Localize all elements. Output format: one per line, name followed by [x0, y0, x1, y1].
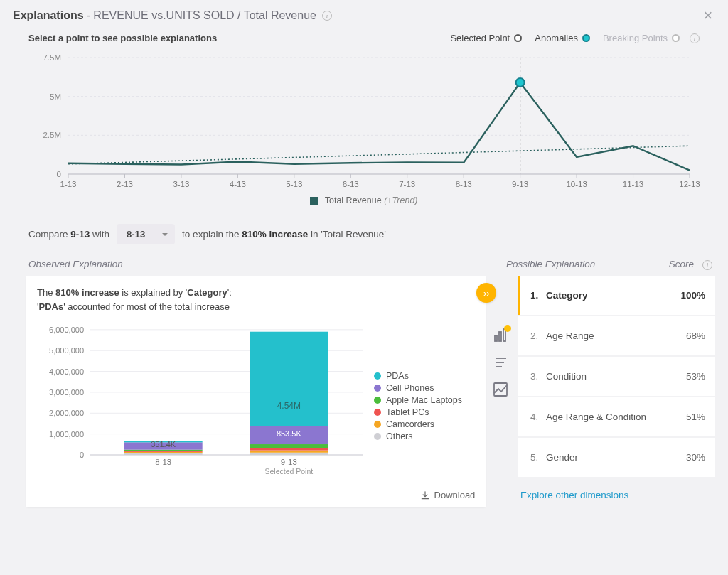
compare-percent: 810% increase — [242, 229, 308, 240]
info-icon[interactable]: i — [702, 260, 712, 270]
possible-explanation-row[interactable]: 2.Age Range68% — [518, 316, 715, 355]
line-chart[interactable]: 02.5M5M7.5M1-132-133-134-135-136-137-138… — [28, 53, 700, 193]
svg-rect-69 — [495, 335, 497, 341]
legend-selected-point[interactable]: Selected Point — [450, 33, 522, 43]
bar-legend-item[interactable]: Cell Phones — [374, 383, 462, 393]
pe-score: 30% — [686, 452, 705, 463]
svg-text:2.5M: 2.5M — [43, 131, 61, 139]
possible-explanations-list: 1.Category100%2.Age Range68%3.Condition5… — [518, 276, 715, 477]
list-icon[interactable] — [492, 354, 509, 371]
bar-legend-item[interactable]: Apple Mac Laptops — [374, 395, 462, 405]
compare-dropdown-value: 8-13 — [127, 229, 145, 240]
svg-rect-61 — [250, 332, 328, 426]
legend-color-swatch-icon — [374, 421, 381, 428]
bar-legend-label: Cell Phones — [386, 383, 434, 393]
svg-text:9-13: 9-13 — [512, 180, 528, 188]
pe-label: Category — [543, 290, 680, 301]
svg-text:1-13: 1-13 — [60, 180, 76, 188]
bar-legend-item[interactable]: Camcorders — [374, 419, 462, 429]
svg-point-34 — [516, 78, 525, 87]
chart-prompt: Select a point to see possible explanati… — [28, 33, 217, 43]
bar-legend-label: Tablet PCs — [386, 407, 429, 417]
svg-rect-57 — [250, 451, 328, 453]
bar-legend-item[interactable]: Tablet PCs — [374, 407, 462, 417]
pe-number: 4. — [530, 412, 543, 422]
observed-explanation-text: The 810% increase is explained by 'Categ… — [36, 286, 476, 318]
compare-dropdown[interactable]: 8-13 — [117, 224, 175, 244]
line-chart-legend: Total Revenue (+Trend) — [28, 195, 700, 205]
svg-rect-58 — [250, 448, 328, 451]
svg-text:8-13: 8-13 — [155, 458, 171, 466]
pe-label: Condition — [543, 371, 686, 382]
pe-label: Age Range & Condition — [543, 412, 686, 422]
legend-color-swatch-icon — [374, 385, 381, 392]
legend-color-swatch-icon — [374, 409, 381, 416]
notification-dot-icon — [504, 325, 511, 332]
bar-chart-icon[interactable] — [492, 327, 509, 344]
hollow-circle-icon — [514, 34, 522, 42]
explore-other-dimensions-link[interactable]: Explore other dimensions — [515, 477, 715, 500]
download-button[interactable]: Download — [420, 490, 476, 500]
possible-explanation-row[interactable]: 3.Condition53% — [518, 357, 715, 396]
svg-rect-52 — [124, 451, 203, 452]
svg-text:6,000,000: 6,000,000 — [49, 326, 84, 334]
svg-rect-70 — [499, 332, 501, 341]
bar-chart-row: 01,000,0002,000,0003,000,0004,000,0005,0… — [36, 323, 476, 479]
compare-explain-prefix: to explain the — [182, 229, 239, 240]
line-chart-icon[interactable] — [492, 381, 509, 398]
info-icon[interactable]: i — [690, 33, 700, 43]
pe-score: 68% — [686, 331, 705, 341]
possible-explanation-row[interactable]: 4.Age Range & Condition51% — [518, 397, 715, 436]
svg-text:5M: 5M — [50, 92, 61, 101]
svg-rect-53 — [124, 450, 203, 451]
score-heading: Score — [669, 259, 694, 269]
columns-headings: Observed Explanation Possible Explanatio… — [0, 257, 728, 276]
legend-color-swatch-icon — [374, 397, 381, 404]
svg-text:11-13: 11-13 — [623, 180, 643, 188]
pe-score: 53% — [686, 371, 705, 382]
svg-text:0: 0 — [57, 170, 61, 178]
chart-subheader: Select a point to see possible explanati… — [0, 30, 728, 48]
download-icon — [420, 490, 430, 500]
pe-label: Gender — [543, 452, 686, 463]
svg-text:4-13: 4-13 — [230, 180, 246, 188]
chart-type-toolbar — [486, 276, 515, 507]
svg-text:2-13: 2-13 — [117, 180, 133, 188]
bar-legend-label: Apple Mac Laptops — [386, 395, 462, 405]
bar-legend-item[interactable]: PDAs — [374, 371, 462, 381]
header-subtitle: - REVENUE vs.UNITS SOLD / Total Revenue — [87, 9, 316, 22]
compare-suffix: in 'Total Revenue' — [311, 229, 386, 240]
chevron-down-icon — [162, 233, 168, 236]
svg-text:1,000,000: 1,000,000 — [49, 430, 84, 439]
possible-heading: Possible Explanation — [506, 259, 595, 269]
svg-text:7.5M: 7.5M — [43, 53, 61, 62]
bar-legend-label: PDAs — [386, 371, 409, 381]
svg-text:3-13: 3-13 — [173, 180, 189, 188]
possible-explanation-row[interactable]: 5.Gender30% — [518, 438, 715, 477]
observed-explanation-card: ›› The 810% increase is explained by 'Ca… — [26, 276, 486, 507]
teal-circle-icon — [582, 34, 590, 42]
panel-header: Explanations - REVENUE vs.UNITS SOLD / T… — [0, 0, 728, 30]
svg-text:7-13: 7-13 — [399, 180, 415, 188]
svg-text:853.5K: 853.5K — [277, 429, 302, 438]
svg-text:351.4K: 351.4K — [151, 440, 176, 448]
svg-text:Selected Point: Selected Point — [264, 467, 313, 475]
possible-explanation-row[interactable]: 1.Category100% — [518, 276, 715, 315]
legend-breaking-points[interactable]: Breaking Points — [603, 33, 680, 43]
pe-label: Age Range — [543, 331, 686, 341]
close-icon[interactable]: × — [701, 9, 715, 23]
compare-with: with — [92, 229, 109, 240]
pe-number: 5. — [530, 452, 543, 463]
header-title: Explanations — [13, 9, 84, 22]
svg-text:8-13: 8-13 — [456, 180, 472, 188]
bar-chart-legend: PDAsCell PhonesApple Mac LaptopsTablet P… — [367, 323, 462, 479]
grey-circle-icon — [672, 34, 680, 42]
info-icon[interactable]: i — [322, 11, 332, 21]
legend-anomalies[interactable]: Anomalies — [535, 33, 590, 43]
pe-score: 100% — [680, 290, 705, 301]
bar-chart[interactable]: 01,000,0002,000,0003,000,0004,000,0005,0… — [36, 323, 367, 479]
pe-score: 51% — [686, 412, 705, 422]
bar-legend-item[interactable]: Others — [374, 431, 462, 441]
legend-color-swatch-icon — [374, 433, 381, 440]
pe-number: 1. — [530, 290, 543, 301]
